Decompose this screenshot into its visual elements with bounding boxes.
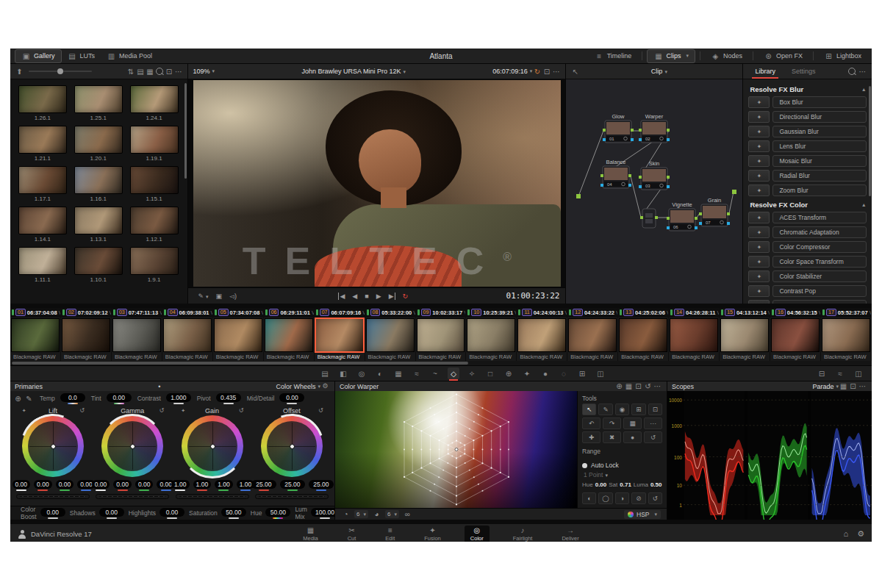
nodes-toggle[interactable]: ◈Nodes [705,50,748,62]
clip-thumbnail[interactable] [315,318,365,353]
library-effect-item[interactable]: ✦Radial Blur [748,170,867,182]
gallery-still[interactable]: 1.9.1 [129,247,179,283]
primaries-settings-icon[interactable]: ⚙ [320,381,330,391]
gallery-still[interactable]: 1.12.1 [129,207,179,243]
color-boost-value[interactable]: 0.00 [40,508,65,517]
expand-icon[interactable]: ⊡ [164,67,173,76]
blur-icon[interactable]: ● [539,368,551,379]
timeline-clip[interactable]: 1504:13:12:14V1Blackmagic RAW [720,308,770,361]
still-thumbnail[interactable] [74,247,123,275]
gallery-still[interactable]: 1.14.1 [18,207,68,243]
still-thumbnail[interactable] [74,126,123,154]
library-effect-item[interactable]: ✦DCTL [748,300,867,304]
wheel-ring[interactable] [261,415,323,477]
wheel-value[interactable]: 1.00 [171,480,190,489]
node-input-port[interactable] [576,194,581,198]
clip-thumbnail[interactable] [568,318,617,352]
clip-thumbnail[interactable] [771,318,820,352]
luts-tab[interactable]: ▤LUTs [62,50,101,62]
pick-minus-icon[interactable]: ◑ [615,492,629,504]
sat-value[interactable]: 0.71 [620,481,631,488]
timeline-clip[interactable]: 1104:24:00:13V1Blackmagic RAW [517,308,567,361]
timeline-clip[interactable]: 0606:29:11:01V1Blackmagic RAW [264,308,315,361]
clip-thumbnail[interactable] [112,318,161,352]
wheel-value[interactable]: 25.00 [280,480,305,489]
wheel-aux-icon[interactable]: ✦ [179,406,188,415]
viewer-zoom[interactable]: 109% [193,68,209,75]
hdr-icon[interactable]: ◐ [374,368,386,379]
color-warper-icon[interactable]: ◇ [448,368,459,379]
timeline-clip[interactable]: 1705:52:37:07V1Blackmagic RAW [821,308,872,361]
temp-value[interactable]: 0.0 [60,393,85,402]
prev-frame-button[interactable]: ◀ [352,293,357,300]
select-tool-icon[interactable]: ↖ [582,404,596,415]
still-icon[interactable]: ▣ [216,293,223,300]
viewer-source-timecode[interactable]: 06:07:09:16 [492,68,528,75]
power-window-icon[interactable]: □ [484,368,496,379]
link-icon[interactable]: ∞ [403,509,412,519]
page-button-fusion[interactable]: ✦Fusion [418,526,447,542]
scope-grid-icon[interactable]: ▦ [839,381,848,391]
color-wheels-icon[interactable]: ◎ [356,368,368,379]
thumb-size-slider[interactable] [29,71,92,72]
expand-tool-icon[interactable]: ⊡ [648,404,662,415]
timeline-clip[interactable]: 0507:34:07:08V1Blackmagic RAW [213,308,264,361]
expand-viewer-icon[interactable]: ⊡ [542,67,551,76]
gallery-tab[interactable]: ▣Gallery [15,49,62,63]
gallery-still[interactable]: 1.19.1 [129,126,179,162]
gallery-still[interactable]: 1.20.1 [74,126,123,162]
key-icon[interactable]: ◌ [558,368,570,379]
mask-tool-icon[interactable]: ▦ [623,417,642,429]
still-thumbnail[interactable] [130,126,179,154]
wheel-value[interactable]: 0.00 [12,480,31,489]
page-button-cut[interactable]: ✂Cut [342,526,362,542]
library-effect-item[interactable]: ✦Contrast Pop [748,285,867,297]
wheel-aux-icon[interactable] [258,406,268,415]
gallery-still[interactable]: 1.11.1 [18,247,68,283]
timeline-clip[interactable]: 1604:56:32:15V1Blackmagic RAW [770,308,821,361]
wheel-ring[interactable] [101,415,163,477]
wheel-aux-icon[interactable]: ✦ [19,406,29,415]
library-effect-item[interactable]: ✦Chromatic Adaptation [748,226,867,238]
auto-balance-icon[interactable]: ⊕ [13,394,23,404]
page-button-color[interactable]: ◎Color [465,526,490,542]
library-effect-item[interactable]: ✦ACES Transform [748,212,867,223]
timeline-scrollbar[interactable] [12,362,468,365]
clip-thumbnail[interactable] [163,318,212,352]
smooth-tool-icon[interactable]: ● [623,431,642,443]
page-button-fairlight[interactable]: ♪Fairlight [507,526,539,542]
corrector-node-balance[interactable]: Balance04 [600,159,631,188]
timeline-clip[interactable]: 1304:25:02:06V1Blackmagic RAW [618,308,669,361]
pin-tool-icon[interactable]: ◉ [615,404,629,415]
clip-thumbnail[interactable] [11,318,60,352]
grid-view-icon[interactable]: ▤ [135,67,145,76]
softness-icon[interactable]: ◯ [598,492,612,504]
grab-still-icon[interactable]: ⬆ [15,67,24,76]
pick-plus-icon[interactable]: ◐ [582,492,596,504]
clip-thumbnail[interactable] [467,318,515,352]
library-effect-item[interactable]: ✦Color Compressor [748,241,867,253]
hue-value[interactable]: 50.00 [265,508,290,517]
contrast-value[interactable]: 1.000 [166,393,191,402]
add-point-tool-icon[interactable]: ✚ [582,431,600,443]
clip-thumbnail[interactable] [366,318,415,352]
annotate-tool-icon[interactable]: ✎▾ [198,293,208,300]
clip-thumbnail[interactable] [214,318,262,352]
viewer-options-icon[interactable]: ⋯ [551,67,561,76]
sat-divisions-select[interactable]: 6▾ [385,510,399,518]
wheel-value[interactable]: 0.00 [113,480,132,489]
clip-thumbnail[interactable] [619,318,667,352]
draw-tool-icon[interactable]: ✎ [598,404,612,415]
shadows-value[interactable]: 0.00 [99,508,124,517]
clip-thumbnail[interactable] [720,318,769,352]
hue-grid-icon[interactable]: ◔ [341,509,351,519]
clip-thumbnail[interactable] [62,318,110,352]
luma-value[interactable]: 0.50 [650,481,662,488]
wheel-master-slider[interactable] [255,494,329,499]
still-thumbnail[interactable] [130,247,179,275]
gallery-options-icon[interactable]: ⋯ [173,67,183,76]
layer-mixer-node[interactable] [640,209,658,228]
corrector-node-glow[interactable]: Glow01 [603,113,634,143]
library-effect-item[interactable]: ✦Gaussian Blur [748,126,867,137]
still-thumbnail[interactable] [74,207,123,234]
